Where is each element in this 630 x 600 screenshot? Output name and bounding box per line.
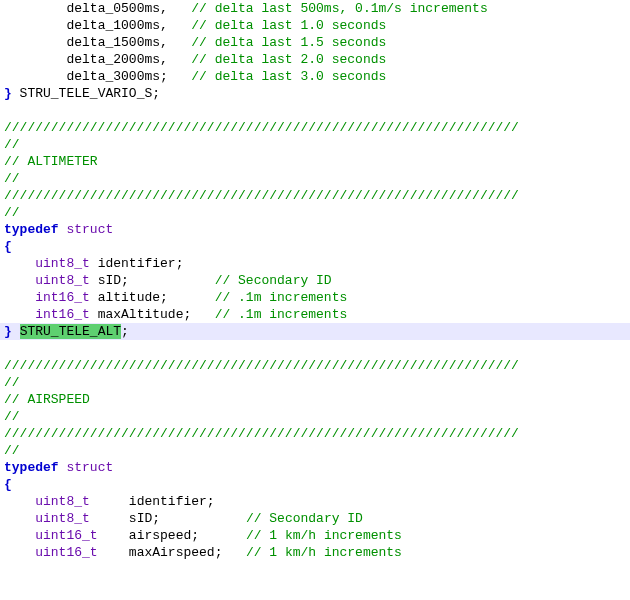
code-line: uint8_t identifier; [0,255,630,272]
code-line: int16_t maxAltitude; // .1m increments [0,306,630,323]
code-line: // [0,442,630,459]
code-line: delta_1000ms, // delta last 1.0 seconds [0,17,630,34]
comment: // [4,409,20,424]
code-line: { [0,476,630,493]
comment: // [4,443,20,458]
code-line: // ALTIMETER [0,153,630,170]
brace: } [4,324,12,339]
code-line: ////////////////////////////////////////… [0,425,630,442]
comment: // ALTIMETER [4,154,98,169]
comment: // delta last 3.0 seconds [191,69,386,84]
typename: uint16_t [35,528,97,543]
typename: uint8_t [35,494,90,509]
typename: struct [66,460,113,475]
identifier: delta_0500ms, [66,1,167,16]
typename: uint8_t [35,256,90,271]
identifier: altitude; [90,290,215,305]
comment: ////////////////////////////////////////… [4,188,519,203]
comment: // 1 km/h increments [246,545,402,560]
identifier: sID; [129,511,246,526]
code-line: // [0,374,630,391]
identifier: maxAirspeed; [129,545,246,560]
code-line: uint16_t airspeed; // 1 km/h increments [0,527,630,544]
identifier: delta_2000ms, [66,52,167,67]
comment: // [4,171,20,186]
code-line: delta_2000ms, // delta last 2.0 seconds [0,51,630,68]
identifier: sID; [90,273,215,288]
code-line: } STRU_TELE_VARIO_S; [0,85,630,102]
code-line: // [0,204,630,221]
code-line: int16_t altitude; // .1m increments [0,289,630,306]
struct-tag-highlight: STRU_TELE_ALT [20,324,121,339]
keyword: typedef [4,222,59,237]
typename: uint8_t [35,511,90,526]
struct-tag: STRU_TELE_VARIO_S; [12,86,160,101]
identifier: delta_1500ms, [66,35,167,50]
comment: // [4,375,20,390]
identifier: identifier; [129,494,215,509]
comment: // Secondary ID [215,273,332,288]
code-line: ////////////////////////////////////////… [0,119,630,136]
code-line: delta_1500ms, // delta last 1.5 seconds [0,34,630,51]
code-line: // [0,170,630,187]
typename: int16_t [35,290,90,305]
brace: { [4,477,12,492]
code-line: typedef struct [0,459,630,476]
comment: // .1m increments [215,307,348,322]
identifier: airspeed; [129,528,246,543]
typename: uint8_t [35,273,90,288]
code-line: delta_3000ms; // delta last 3.0 seconds [0,68,630,85]
code-line: } STRU_TELE_ALT; [0,323,630,340]
comment: // delta last 1.5 seconds [191,35,386,50]
identifier: identifier; [90,256,184,271]
code-line: { [0,238,630,255]
comment: // AIRSPEED [4,392,90,407]
comment: // delta last 1.0 seconds [191,18,386,33]
code-line: uint8_t sID; // Secondary ID [0,272,630,289]
code-line: uint16_t maxAirspeed; // 1 km/h incremen… [0,544,630,561]
code-line: uint8_t identifier; [0,493,630,510]
comment: // Secondary ID [246,511,363,526]
typename: uint16_t [35,545,97,560]
code-line: uint8_t sID; // Secondary ID [0,510,630,527]
code-line [0,340,630,357]
code-line [0,102,630,119]
comment: // .1m increments [215,290,348,305]
comment: // 1 km/h increments [246,528,402,543]
identifier: delta_3000ms; [66,69,167,84]
comment: // delta last 500ms, 0.1m/s increments [191,1,487,16]
identifier: delta_1000ms, [66,18,167,33]
code-line: // [0,408,630,425]
typename: struct [66,222,113,237]
code-line: ////////////////////////////////////////… [0,187,630,204]
comment: ////////////////////////////////////////… [4,120,519,135]
code-line: typedef struct [0,221,630,238]
comment: // [4,137,20,152]
code-line: delta_0500ms, // delta last 500ms, 0.1m/… [0,0,630,17]
code-line: // [0,136,630,153]
keyword: typedef [4,460,59,475]
brace: } [4,86,12,101]
comment: // delta last 2.0 seconds [191,52,386,67]
comment: ////////////////////////////////////////… [4,358,519,373]
code-line: ////////////////////////////////////////… [0,357,630,374]
code-editor[interactable]: delta_0500ms, // delta last 500ms, 0.1m/… [0,0,630,561]
identifier: maxAltitude; [90,307,215,322]
comment: // [4,205,20,220]
comment: ////////////////////////////////////////… [4,426,519,441]
brace: { [4,239,12,254]
typename: int16_t [35,307,90,322]
code-line: // AIRSPEED [0,391,630,408]
